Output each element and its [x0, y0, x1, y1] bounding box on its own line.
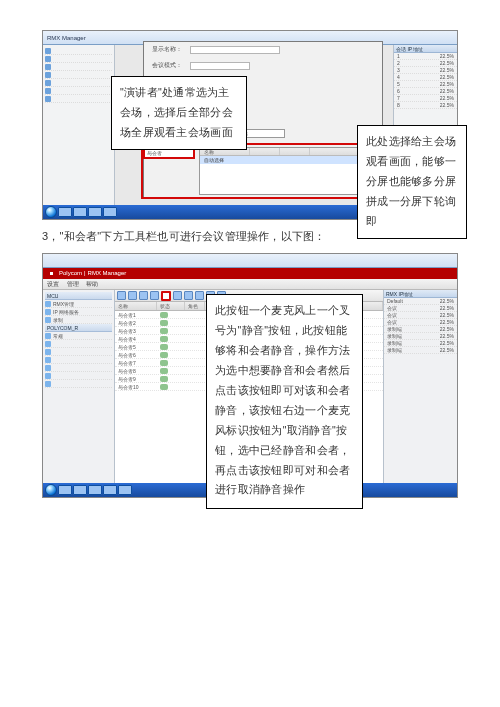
annotation-2: 此处选择给主会场观看画面，能够一分屏也能够多分屏拼成一分屏下轮询即: [357, 125, 467, 239]
menu-item[interactable]: 设置: [47, 281, 59, 287]
screenshot-1: RMX Manager 显示名称： 会议模式：: [42, 30, 458, 220]
list-item[interactable]: 会议22.5%: [384, 312, 457, 319]
table-row[interactable]: 自动选择: [200, 156, 379, 164]
nav-item[interactable]: [45, 47, 112, 55]
display-name-input[interactable]: [190, 46, 280, 54]
list-item[interactable]: 122.5%: [394, 53, 457, 60]
list-item[interactable]: 422.5%: [394, 74, 457, 81]
nav-item[interactable]: [45, 356, 112, 364]
list-item[interactable]: Default22.5%: [384, 298, 457, 305]
nav-item[interactable]: [45, 71, 112, 79]
list-item[interactable]: 会议22.5%: [384, 305, 457, 312]
annotation-1: "演讲者"处通常选为主会场，选择后全部分会场全屏观看主会场画面: [111, 76, 247, 150]
nav-item[interactable]: IP 网络服务: [45, 308, 112, 316]
nav-item[interactable]: 常规: [45, 332, 112, 340]
left-panel: MCU RMX管理 IP 网络服务 录制 POLYCOM_R 常规: [43, 290, 115, 483]
taskbar-item[interactable]: [118, 485, 132, 495]
taskbar-item[interactable]: [103, 485, 117, 495]
start-button[interactable]: [45, 206, 57, 218]
brand-text: Polycom: [59, 268, 82, 279]
left-header: POLYCOM_R: [45, 324, 112, 332]
nav-item[interactable]: [45, 95, 112, 103]
nav-item[interactable]: [45, 55, 112, 63]
right-panel-header: RMX IP地址: [384, 290, 457, 298]
nav-item[interactable]: [45, 372, 112, 380]
polycom-logo-icon: [47, 269, 56, 278]
layout-highlight: 与会者 名称 自动选择: [141, 143, 385, 199]
list-item[interactable]: 822.5%: [394, 102, 457, 109]
menu-bar: 设置 管理 帮助: [43, 279, 457, 290]
menu-item[interactable]: 帮助: [86, 281, 98, 287]
nav-item[interactable]: [45, 340, 112, 348]
nav-item[interactable]: 录制: [45, 316, 112, 324]
unmute-button[interactable]: [173, 291, 182, 300]
toolbar-icon[interactable]: [195, 291, 204, 300]
list-item[interactable]: 522.5%: [394, 81, 457, 88]
nav-item[interactable]: [45, 380, 112, 388]
list-item[interactable]: 录制端22.5%: [384, 333, 457, 340]
toolbar-icon[interactable]: [128, 291, 137, 300]
field-label: 显示名称：: [152, 46, 188, 53]
list-item[interactable]: 722.5%: [394, 95, 457, 102]
toolbar-icon[interactable]: [117, 291, 126, 300]
mute-button[interactable]: [161, 291, 171, 301]
toolbar-icon[interactable]: [150, 291, 159, 300]
left-panel: [43, 45, 115, 205]
toolbar-icon[interactable]: [184, 291, 193, 300]
menu-item[interactable]: 管理: [67, 281, 79, 287]
list-item[interactable]: 录制端22.5%: [384, 326, 457, 333]
window-titlebar: [43, 254, 457, 268]
taskbar-item[interactable]: [88, 207, 102, 217]
brand-bar: Polycom | RMX Manager: [43, 268, 457, 279]
list-item[interactable]: 会议22.5%: [384, 319, 457, 326]
nav-item[interactable]: RMX管理: [45, 300, 112, 308]
nav-item[interactable]: [45, 348, 112, 356]
list-item[interactable]: 622.5%: [394, 88, 457, 95]
nav-item[interactable]: [45, 364, 112, 372]
taskbar-item[interactable]: [58, 207, 72, 217]
field-label: 会议模式：: [152, 62, 188, 69]
annotation-3: 此按钮一个麦克风上一个叉号为"静音"按钮，此按钮能够将和会者静音，操作方法为选中…: [206, 294, 363, 509]
window-title: RMX Manager: [47, 35, 86, 41]
list-item[interactable]: 222.5%: [394, 60, 457, 67]
product-text: RMX Manager: [88, 268, 127, 279]
nav-item[interactable]: [45, 87, 112, 95]
nav-item[interactable]: [45, 63, 112, 71]
start-button[interactable]: [45, 484, 57, 496]
taskbar-item[interactable]: [103, 207, 117, 217]
list-item[interactable]: 录制端22.5%: [384, 340, 457, 347]
toolbar-icon[interactable]: [139, 291, 148, 300]
nav-item[interactable]: [45, 79, 112, 87]
right-panel: RMX IP地址 Default22.5%会议22.5%会议22.5%会议22.…: [383, 290, 457, 483]
taskbar-item[interactable]: [73, 207, 87, 217]
taskbar-item[interactable]: [73, 485, 87, 495]
taskbar-item[interactable]: [88, 485, 102, 495]
layout-table: 名称 自动选择: [199, 147, 380, 195]
table-row[interactable]: [200, 164, 379, 172]
right-panel-header: 会话 IP 地址: [394, 45, 457, 53]
taskbar-item[interactable]: [58, 485, 72, 495]
screenshot-2: Polycom | RMX Manager 设置 管理 帮助 MCU RMX管理…: [42, 253, 458, 498]
conf-mode-input[interactable]: [190, 62, 250, 70]
left-header: MCU: [45, 292, 112, 300]
list-item[interactable]: 322.5%: [394, 67, 457, 74]
table-row[interactable]: [200, 172, 379, 180]
list-item[interactable]: 录制端22.5%: [384, 347, 457, 354]
